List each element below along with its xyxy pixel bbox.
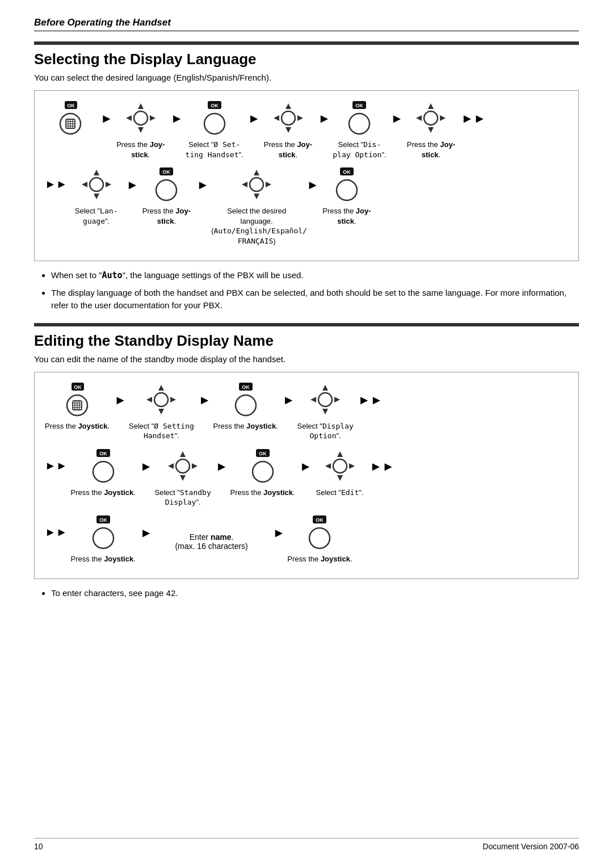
svg-marker-26 bbox=[428, 103, 434, 109]
bullet-3: To enter characters, see page 42. bbox=[51, 587, 579, 599]
svg-point-14 bbox=[134, 111, 148, 125]
section2-instruction-box: OK Press the Joystick. ► bbox=[34, 372, 579, 580]
svg-point-25 bbox=[349, 114, 370, 134]
joystick-icon-4 bbox=[79, 167, 114, 202]
step2-label-ok2: Press the Joystick. bbox=[71, 488, 136, 498]
svg-text:OK: OK bbox=[259, 451, 267, 456]
svg-text:OK: OK bbox=[316, 517, 324, 523]
svg-marker-42 bbox=[266, 182, 271, 187]
ok2-icon-1: OK bbox=[229, 383, 263, 417]
document-version: Document Version 2007-06 bbox=[482, 842, 579, 851]
step-cell-menu1: OK bbox=[45, 101, 96, 137]
svg-point-88 bbox=[93, 528, 114, 548]
arrow-4: ► bbox=[318, 111, 331, 126]
step-label-joy3: Press the Joy-stick. bbox=[407, 140, 455, 160]
step2-label-joy3: Select "StandbyDisplay". bbox=[155, 488, 211, 508]
arrow2-4: ► bbox=[140, 459, 153, 474]
svg-point-91 bbox=[309, 528, 330, 548]
svg-marker-75 bbox=[168, 463, 174, 469]
svg-point-46 bbox=[337, 180, 357, 200]
svg-marker-28 bbox=[416, 115, 422, 121]
step-cell-joy4: Select "Lan-guage". bbox=[71, 167, 122, 226]
section2-row3: ►► OK Press the Joystick. ► Enter name.(… bbox=[45, 515, 568, 564]
section2-row1: OK Press the Joystick. ► bbox=[45, 383, 568, 441]
svg-point-85 bbox=[333, 459, 347, 473]
svg-text:OK: OK bbox=[163, 169, 171, 175]
section1-bullets: When set to "Auto", the language setting… bbox=[34, 269, 579, 311]
joystick-icon-5 bbox=[240, 167, 274, 202]
svg-text:OK: OK bbox=[99, 517, 107, 523]
section-divider-1 bbox=[34, 41, 579, 45]
svg-text:OK: OK bbox=[74, 384, 82, 390]
menu-ok-icon-2: OK bbox=[60, 383, 94, 417]
step2-cell-joy3: Select "StandbyDisplay". bbox=[155, 449, 211, 508]
step2-label-joy2: Select "DisplayOption". bbox=[297, 421, 354, 441]
menu-ok-icon: OK bbox=[53, 101, 87, 135]
svg-text:OK: OK bbox=[242, 384, 250, 390]
svg-marker-67 bbox=[310, 397, 316, 402]
step2-label-menu1: Press the Joystick. bbox=[45, 421, 110, 431]
svg-marker-39 bbox=[254, 170, 259, 175]
joystick-icon-3 bbox=[414, 101, 448, 135]
svg-text:OK: OK bbox=[343, 169, 351, 175]
section1-row2: ►► Select "Lan-guage". ► bbox=[45, 167, 568, 246]
joystick-icon-1 bbox=[124, 101, 158, 135]
arrow-6: ► bbox=[127, 178, 139, 192]
svg-marker-13 bbox=[150, 115, 156, 121]
svg-marker-59 bbox=[146, 397, 152, 402]
svg-point-30 bbox=[424, 111, 438, 125]
svg-point-17 bbox=[204, 114, 225, 134]
page-number: 10 bbox=[34, 842, 43, 851]
step-cell-joy1: Press the Joy-stick. bbox=[115, 101, 166, 160]
arrow2-8: ► bbox=[273, 526, 285, 540]
svg-point-72 bbox=[93, 462, 114, 482]
arrow2-5: ► bbox=[216, 459, 228, 474]
ok-icon-1: OK bbox=[198, 101, 232, 135]
step-label-ok3: Press the Joy-stick. bbox=[142, 206, 191, 226]
step2-cell-joy1: Select "Ø SettingHandset". bbox=[129, 383, 194, 441]
page-header: Before Operating the Handset bbox=[34, 17, 579, 31]
section2-row2: ►► OK Press the Joystick. ► bbox=[45, 449, 568, 508]
step-cell-ok3: OK Press the Joy-stick. bbox=[141, 167, 192, 226]
svg-marker-20 bbox=[274, 115, 279, 121]
section2-title: Editing the Standby Display Name bbox=[34, 332, 579, 350]
ok2-icon-3: OK bbox=[246, 449, 280, 483]
joystick2-icon-1 bbox=[144, 383, 178, 417]
step-label-ok2: Select "Dis-play Option". bbox=[333, 140, 386, 160]
arrow-8: ► bbox=[306, 178, 319, 192]
double-arrow-2: ►► bbox=[358, 393, 383, 408]
svg-marker-60 bbox=[170, 397, 176, 402]
svg-marker-82 bbox=[337, 475, 343, 481]
section-divider-2 bbox=[34, 323, 579, 326]
step2-name-label: Enter name.(max. 16 characters) bbox=[175, 532, 247, 551]
step2-cell-ok1: OK Press the Joystick. bbox=[213, 383, 278, 431]
svg-marker-73 bbox=[180, 451, 186, 457]
svg-point-35 bbox=[90, 178, 103, 191]
step2-label-ok3: Press the Joystick. bbox=[230, 488, 295, 498]
step-label-ok1: Select "Ø Set-ting Handset". bbox=[186, 140, 243, 160]
step2-cell-ok5: OK Press the Joystick. bbox=[287, 515, 352, 564]
svg-marker-31 bbox=[94, 170, 99, 175]
double-arrow-1: ►► bbox=[461, 111, 486, 126]
step2-label-joy4: Select "Edit". bbox=[316, 488, 364, 498]
svg-marker-65 bbox=[322, 385, 328, 391]
step-cell-joy3: Press the Joy-stick. bbox=[405, 101, 456, 160]
section1-desc: You can select the desired language (Eng… bbox=[34, 73, 579, 82]
cont-arrow-2: ►► bbox=[45, 459, 68, 472]
step2-cell-joy4: Select "Edit". bbox=[314, 449, 366, 498]
step-cell-ok4: OK Press the Joy-stick. bbox=[321, 167, 372, 226]
ok2-icon-2: OK bbox=[86, 449, 120, 483]
joystick2-icon-4 bbox=[323, 449, 357, 483]
step-label-joy2: Press the Joy-stick. bbox=[264, 140, 312, 160]
svg-marker-21 bbox=[297, 115, 303, 121]
ok-icon-3: OK bbox=[149, 167, 183, 202]
section1-row1: OK ► bbox=[45, 101, 568, 160]
step2-cell-ok2: OK Press the Joystick. bbox=[71, 449, 136, 498]
step2-cell-menu1: OK Press the Joystick. bbox=[45, 383, 110, 431]
arrow2-6: ► bbox=[300, 459, 312, 474]
step2-cell-joy2: Select "DisplayOption". bbox=[297, 383, 354, 441]
ok2-icon-4: OK bbox=[86, 515, 120, 550]
svg-marker-40 bbox=[254, 194, 259, 199]
arrow2-1: ► bbox=[114, 393, 127, 408]
arrow2-2: ► bbox=[199, 393, 211, 408]
